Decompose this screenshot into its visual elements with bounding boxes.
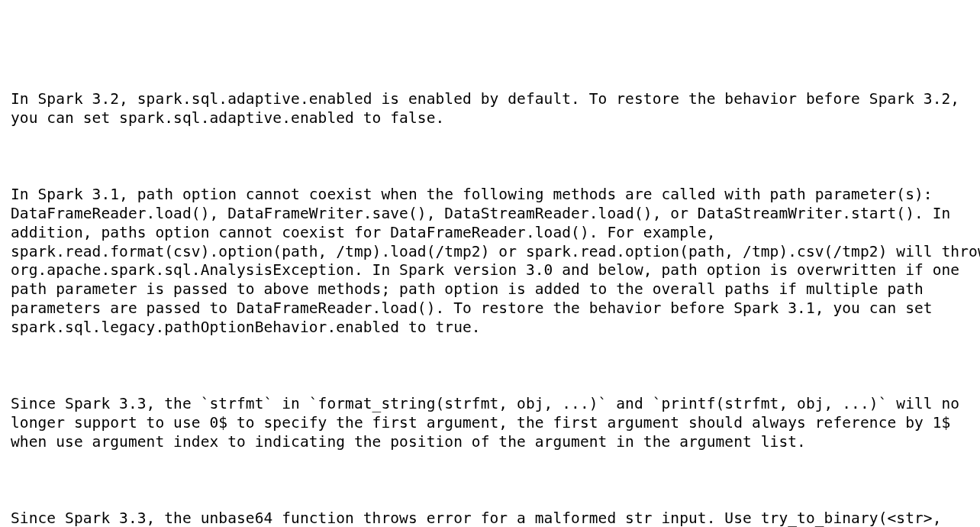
paragraph: Since Spark 3.3, the unbase64 function t… — [11, 509, 980, 527]
paragraph: In Spark 3.2, spark.sql.adaptive.enabled… — [11, 90, 980, 128]
paragraph: In Spark 3.1, path option cannot coexist… — [11, 186, 980, 338]
paragraph: Since Spark 3.3, the `strfmt` in `format… — [11, 395, 980, 452]
